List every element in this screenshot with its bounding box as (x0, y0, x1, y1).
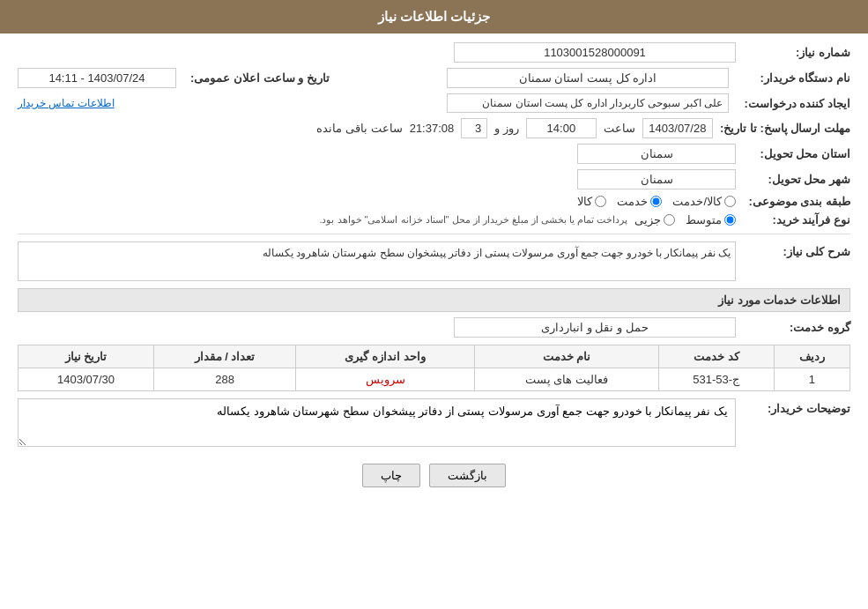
buyer-contact-link[interactable]: اطلاعات تماس خریدار (18, 97, 115, 109)
table-row: 1 ج-53-531 فعالیت های پست سرویس 288 1403… (19, 368, 850, 391)
buyer-org-value: اداره کل پست استان سمنان (447, 68, 729, 88)
radio-service-label: خدمت (617, 195, 648, 208)
deadline-date: 1403/07/28 (642, 118, 713, 138)
radio-good-service[interactable]: کالا/خدمت (672, 195, 736, 208)
category-label: طبقه بندی موضوعی: (736, 195, 850, 208)
cell-date: 1403/07/30 (19, 368, 154, 391)
radio-good-label: کالا (577, 195, 592, 208)
general-desc-value: یک نفر پیمانکار با خودرو جهت جمع آوری مر… (18, 241, 736, 281)
radio-medium-label: متوسط (686, 213, 722, 227)
col-unit: واحد اندازه گیری (296, 345, 475, 368)
col-row: ردیف (774, 345, 849, 368)
radio-good-input[interactable] (595, 196, 606, 207)
radio-good-service-label: کالا/خدمت (672, 195, 722, 208)
radio-medium-input[interactable] (724, 214, 736, 226)
purchase-radio-group: متوسط جزیی (634, 213, 736, 227)
need-number-label: شماره نیاز: (736, 46, 850, 59)
creator-label: ایجاد کننده درخواست: (736, 97, 850, 110)
general-desc-label: شرح کلی نیاز: (736, 241, 850, 258)
buyer-desc-textarea[interactable] (18, 398, 736, 447)
deadline-time2: 21:37:08 (410, 122, 455, 135)
back-button[interactable]: بازگشت (429, 464, 506, 487)
radio-service[interactable]: خدمت (617, 195, 662, 208)
radio-good-service-input[interactable] (724, 196, 736, 207)
deadline-days: 3 (461, 118, 487, 138)
page-title: جزئیات اطلاعات نیاز (378, 9, 490, 24)
purchase-note: پرداخت تمام یا بخشی از مبلغ خریدار از مح… (319, 214, 627, 226)
cell-row: 1 (774, 368, 849, 391)
service-group-label: گروه خدمت: (736, 321, 850, 334)
radio-good[interactable]: کالا (577, 195, 606, 208)
deadline-time-label: ساعت (604, 122, 635, 135)
radio-partial-input[interactable] (664, 214, 675, 226)
services-table: ردیف کد خدمت نام خدمت واحد اندازه گیری ت… (18, 345, 850, 391)
province-label: استان محل تحویل: (736, 147, 850, 160)
category-radio-group: کالا/خدمت خدمت کالا (577, 195, 736, 208)
col-date: تاریخ نیاز (19, 345, 154, 368)
announce-date-label: تاریخ و ساعت اعلان عمومی: (183, 71, 330, 85)
city-label: شهر محل تحویل: (736, 173, 850, 186)
col-code: کد خدمت (658, 345, 774, 368)
page-header: جزئیات اطلاعات نیاز (0, 0, 868, 33)
cell-code: ج-53-531 (658, 368, 774, 391)
need-number-value: 1103001528000091 (454, 42, 736, 63)
announce-date-value: 1403/07/24 - 14:11 (18, 68, 176, 88)
radio-partial-label: جزیی (634, 213, 661, 227)
deadline-time: 14:00 (526, 118, 597, 138)
service-group-value: حمل و نقل و انبارداری (454, 317, 736, 338)
services-section-title: اطلاعات خدمات مورد نیاز (18, 288, 850, 312)
buyer-org-label: نام دستگاه خریدار: (736, 71, 850, 85)
deadline-remaining-label: ساعت باقی مانده (316, 122, 402, 135)
radio-service-input[interactable] (650, 196, 662, 207)
radio-partial[interactable]: جزیی (634, 213, 675, 227)
cell-qty: 288 (154, 368, 296, 391)
buttons-row: بازگشت چاپ (18, 464, 850, 487)
creator-value: علی اکبر سبوحی کاربردار اداره کل پست است… (447, 93, 729, 113)
deadline-days-label: روز و (494, 122, 519, 135)
cell-unit: سرویس (296, 368, 475, 391)
cell-name: فعالیت های پست (475, 368, 659, 391)
print-button[interactable]: چاپ (362, 464, 420, 487)
province-value: سمنان (577, 144, 736, 164)
radio-medium[interactable]: متوسط (686, 213, 736, 227)
purchase-type-label: نوع فرآیند خرید: (736, 213, 850, 227)
deadline-label: مهلت ارسال پاسخ: تا تاریخ: (713, 122, 850, 135)
city-value: سمنان (577, 169, 736, 189)
buyer-desc-label: توضیحات خریدار: (736, 398, 850, 415)
col-qty: تعداد / مقدار (154, 345, 296, 368)
col-name: نام خدمت (475, 345, 659, 368)
